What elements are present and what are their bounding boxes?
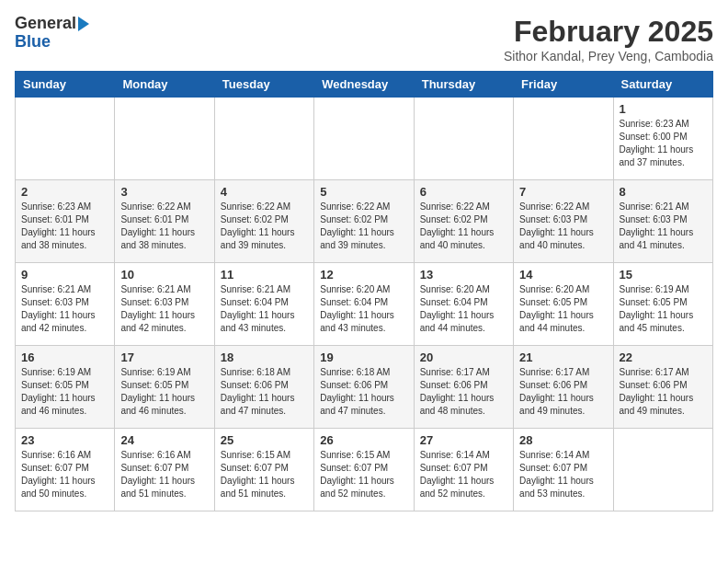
- calendar-cell: [16, 98, 115, 180]
- day-number: 1: [620, 102, 707, 116]
- day-info: Sunrise: 6:15 AM Sunset: 6:07 PM Dayligh…: [320, 449, 407, 500]
- day-info: Sunrise: 6:17 AM Sunset: 6:06 PM Dayligh…: [620, 366, 707, 418]
- calendar-cell: 26Sunrise: 6:15 AM Sunset: 6:07 PM Dayli…: [314, 429, 414, 511]
- calendar-cell: 10Sunrise: 6:21 AM Sunset: 6:03 PM Dayli…: [115, 263, 214, 346]
- day-info: Sunrise: 6:18 AM Sunset: 6:06 PM Dayligh…: [221, 366, 308, 418]
- day-number: 16: [21, 350, 108, 364]
- day-info: Sunrise: 6:21 AM Sunset: 6:03 PM Dayligh…: [120, 283, 208, 335]
- day-number: 18: [221, 350, 308, 364]
- day-number: 5: [320, 185, 407, 199]
- day-info: Sunrise: 6:21 AM Sunset: 6:04 PM Dayligh…: [221, 283, 308, 335]
- calendar-cell: 18Sunrise: 6:18 AM Sunset: 6:06 PM Dayli…: [214, 346, 313, 429]
- day-info: Sunrise: 6:21 AM Sunset: 6:03 PM Dayligh…: [21, 283, 108, 335]
- day-info: Sunrise: 6:15 AM Sunset: 6:07 PM Dayligh…: [221, 449, 308, 500]
- day-info: Sunrise: 6:19 AM Sunset: 6:05 PM Dayligh…: [620, 283, 707, 335]
- day-info: Sunrise: 6:17 AM Sunset: 6:06 PM Dayligh…: [420, 366, 507, 418]
- calendar-week-1: 1Sunrise: 6:23 AM Sunset: 6:00 PM Daylig…: [16, 98, 713, 180]
- logo-text-blue: Blue: [15, 32, 51, 51]
- calendar-cell: 6Sunrise: 6:22 AM Sunset: 6:02 PM Daylig…: [414, 180, 513, 263]
- weekday-header-wednesday: Wednesday: [314, 72, 414, 98]
- day-number: 2: [21, 185, 108, 199]
- calendar-cell: 9Sunrise: 6:21 AM Sunset: 6:03 PM Daylig…: [16, 263, 115, 346]
- weekday-header-friday: Friday: [514, 72, 613, 98]
- day-info: Sunrise: 6:22 AM Sunset: 6:02 PM Dayligh…: [420, 201, 507, 252]
- calendar-cell: 7Sunrise: 6:22 AM Sunset: 6:03 PM Daylig…: [514, 180, 613, 263]
- calendar-cell: 13Sunrise: 6:20 AM Sunset: 6:04 PM Dayli…: [414, 263, 513, 346]
- calendar-cell: 15Sunrise: 6:19 AM Sunset: 6:05 PM Dayli…: [613, 263, 712, 346]
- title-area: February 2025 Sithor Kandal, Prey Veng, …: [504, 15, 713, 63]
- weekday-header-sunday: Sunday: [16, 72, 115, 98]
- calendar-week-3: 9Sunrise: 6:21 AM Sunset: 6:03 PM Daylig…: [16, 263, 713, 346]
- calendar-cell: 1Sunrise: 6:23 AM Sunset: 6:00 PM Daylig…: [613, 98, 712, 180]
- day-number: 13: [420, 268, 507, 282]
- calendar-cell: 5Sunrise: 6:22 AM Sunset: 6:02 PM Daylig…: [314, 180, 414, 263]
- calendar-cell: 17Sunrise: 6:19 AM Sunset: 6:05 PM Dayli…: [115, 346, 214, 429]
- day-info: Sunrise: 6:14 AM Sunset: 6:07 PM Dayligh…: [420, 449, 507, 500]
- calendar-cell: 24Sunrise: 6:16 AM Sunset: 6:07 PM Dayli…: [115, 429, 214, 511]
- day-number: 21: [519, 350, 607, 364]
- calendar-table: SundayMondayTuesdayWednesdayThursdayFrid…: [15, 71, 713, 511]
- calendar-cell: 11Sunrise: 6:21 AM Sunset: 6:04 PM Dayli…: [214, 263, 313, 346]
- calendar-cell: 20Sunrise: 6:17 AM Sunset: 6:06 PM Dayli…: [414, 346, 513, 429]
- logo: General Blue: [15, 15, 89, 52]
- day-info: Sunrise: 6:20 AM Sunset: 6:04 PM Dayligh…: [320, 283, 407, 335]
- location-subtitle: Sithor Kandal, Prey Veng, Cambodia: [504, 49, 713, 63]
- calendar-cell: 25Sunrise: 6:15 AM Sunset: 6:07 PM Dayli…: [214, 429, 313, 511]
- day-info: Sunrise: 6:21 AM Sunset: 6:03 PM Dayligh…: [620, 201, 707, 252]
- weekday-header-thursday: Thursday: [414, 72, 513, 98]
- day-number: 3: [120, 185, 208, 199]
- day-info: Sunrise: 6:20 AM Sunset: 6:04 PM Dayligh…: [420, 283, 507, 335]
- day-number: 8: [620, 185, 707, 199]
- day-number: 22: [620, 350, 707, 364]
- day-number: 17: [120, 350, 208, 364]
- calendar-cell: 27Sunrise: 6:14 AM Sunset: 6:07 PM Dayli…: [414, 429, 513, 511]
- day-number: 26: [320, 433, 407, 447]
- day-info: Sunrise: 6:19 AM Sunset: 6:05 PM Dayligh…: [21, 366, 108, 418]
- weekday-header-saturday: Saturday: [613, 72, 712, 98]
- calendar-cell: 22Sunrise: 6:17 AM Sunset: 6:06 PM Dayli…: [613, 346, 712, 429]
- calendar-week-5: 23Sunrise: 6:16 AM Sunset: 6:07 PM Dayli…: [16, 429, 713, 511]
- day-number: 9: [21, 268, 108, 282]
- day-info: Sunrise: 6:23 AM Sunset: 6:01 PM Dayligh…: [21, 201, 108, 252]
- calendar-cell: 3Sunrise: 6:22 AM Sunset: 6:01 PM Daylig…: [115, 180, 214, 263]
- day-info: Sunrise: 6:17 AM Sunset: 6:06 PM Dayligh…: [519, 366, 607, 418]
- calendar-cell: 2Sunrise: 6:23 AM Sunset: 6:01 PM Daylig…: [16, 180, 115, 263]
- day-number: 23: [21, 433, 108, 447]
- day-info: Sunrise: 6:19 AM Sunset: 6:05 PM Dayligh…: [120, 366, 208, 418]
- weekday-header-tuesday: Tuesday: [214, 72, 313, 98]
- calendar-cell: [613, 429, 712, 511]
- day-info: Sunrise: 6:22 AM Sunset: 6:03 PM Dayligh…: [519, 201, 607, 252]
- day-number: 12: [320, 268, 407, 282]
- day-number: 24: [120, 433, 208, 447]
- day-number: 27: [420, 433, 507, 447]
- day-info: Sunrise: 6:22 AM Sunset: 6:02 PM Dayligh…: [320, 201, 407, 252]
- weekday-header-monday: Monday: [115, 72, 214, 98]
- calendar-cell: [414, 98, 513, 180]
- calendar-cell: 12Sunrise: 6:20 AM Sunset: 6:04 PM Dayli…: [314, 263, 414, 346]
- calendar-cell: 14Sunrise: 6:20 AM Sunset: 6:05 PM Dayli…: [514, 263, 613, 346]
- logo-text-general: General: [15, 15, 76, 33]
- day-number: 25: [221, 433, 308, 447]
- day-info: Sunrise: 6:18 AM Sunset: 6:06 PM Dayligh…: [320, 366, 407, 418]
- day-number: 10: [120, 268, 208, 282]
- day-number: 20: [420, 350, 507, 364]
- day-number: 19: [320, 350, 407, 364]
- day-number: 4: [221, 185, 308, 199]
- day-info: Sunrise: 6:23 AM Sunset: 6:00 PM Dayligh…: [620, 118, 707, 169]
- day-number: 6: [420, 185, 507, 199]
- logo-arrow-icon: [78, 17, 89, 31]
- calendar-cell: 23Sunrise: 6:16 AM Sunset: 6:07 PM Dayli…: [16, 429, 115, 511]
- calendar-cell: 8Sunrise: 6:21 AM Sunset: 6:03 PM Daylig…: [613, 180, 712, 263]
- day-number: 28: [519, 433, 607, 447]
- calendar-header-row: SundayMondayTuesdayWednesdayThursdayFrid…: [16, 72, 713, 98]
- calendar-cell: 21Sunrise: 6:17 AM Sunset: 6:06 PM Dayli…: [514, 346, 613, 429]
- day-info: Sunrise: 6:14 AM Sunset: 6:07 PM Dayligh…: [519, 449, 607, 500]
- calendar-cell: 19Sunrise: 6:18 AM Sunset: 6:06 PM Dayli…: [314, 346, 414, 429]
- day-info: Sunrise: 6:16 AM Sunset: 6:07 PM Dayligh…: [120, 449, 208, 500]
- calendar-cell: 4Sunrise: 6:22 AM Sunset: 6:02 PM Daylig…: [214, 180, 313, 263]
- day-number: 7: [519, 185, 607, 199]
- calendar-cell: 28Sunrise: 6:14 AM Sunset: 6:07 PM Dayli…: [514, 429, 613, 511]
- day-info: Sunrise: 6:22 AM Sunset: 6:01 PM Dayligh…: [120, 201, 208, 252]
- day-info: Sunrise: 6:22 AM Sunset: 6:02 PM Dayligh…: [221, 201, 308, 252]
- day-number: 11: [221, 268, 308, 282]
